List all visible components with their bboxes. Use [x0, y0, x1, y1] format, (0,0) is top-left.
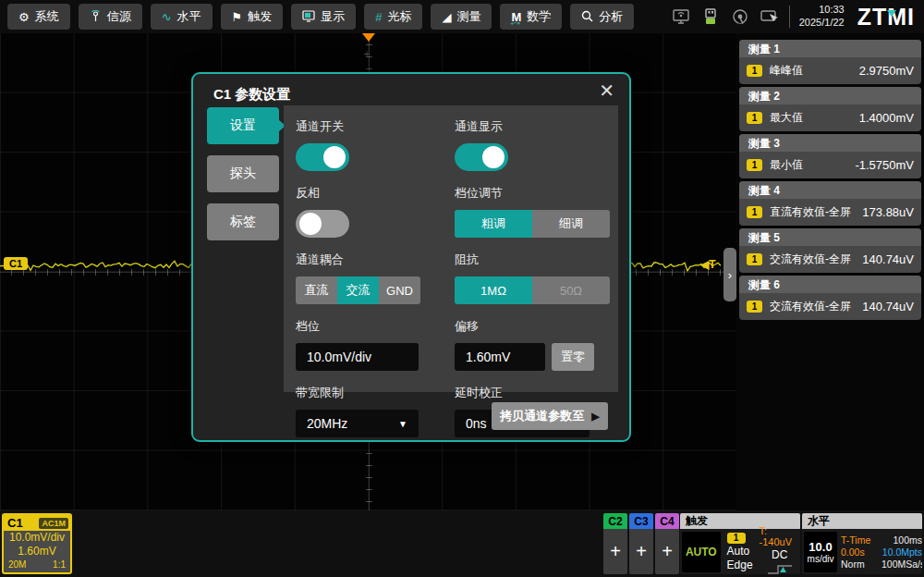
- touch-icon[interactable]: [730, 6, 750, 27]
- c1-settings-dialog: C1 参数设置 ✕ 设置 探头 标签 通道开关 通道显示 反相 档位调节: [191, 72, 631, 442]
- signal-icon: [90, 10, 102, 24]
- horizontal-info-grid: T-Time 100ms 0.00s 10.0Mpts Norm 100MSa/…: [841, 534, 922, 570]
- offset-input[interactable]: 1.60mV: [455, 343, 545, 371]
- trigger-coupling: DC: [772, 548, 787, 561]
- impedance-segmented: 1MΩ 50Ω: [455, 276, 616, 304]
- measurement-card-2[interactable]: 测量 2 1 最大值 1.4000mV: [739, 87, 921, 131]
- menu-label: 信源: [107, 8, 131, 25]
- toggle-knob: [299, 213, 322, 235]
- gear-icon: ⚙: [18, 11, 30, 23]
- channel4-name: C4: [655, 513, 679, 529]
- measurement-title: 测量 5: [739, 228, 921, 246]
- menu-display[interactable]: 显示: [291, 4, 356, 30]
- measurement-label: 最大值: [770, 110, 803, 126]
- edge-trigger-icon: [767, 562, 793, 575]
- scale-input[interactable]: 10.0mV/div: [296, 343, 419, 371]
- memory-depth: 10.0Mpts: [881, 546, 922, 558]
- menu-trigger[interactable]: ⚑ 触发: [221, 4, 284, 30]
- trigger-sweep: Auto: [727, 545, 753, 558]
- measurement-title: 测量 1: [739, 40, 921, 57]
- tab-label[interactable]: 标签: [207, 203, 279, 240]
- measurement-card-3[interactable]: 测量 3 1 最小值 -1.5750mV: [739, 134, 921, 178]
- math-icon: M+−×: [511, 11, 521, 23]
- gesture-icon[interactable]: [760, 6, 780, 27]
- usb-icon[interactable]: [700, 6, 721, 27]
- option-coarse[interactable]: 粗调: [455, 210, 532, 238]
- menu-math[interactable]: M+−× 数学: [500, 4, 562, 30]
- display-icon: [302, 10, 315, 24]
- t-time-label: T-Time: [841, 534, 880, 546]
- measurement-card-5[interactable]: 测量 5 1 交流有效值-全屏 140.74uV: [739, 228, 921, 273]
- channel1-scale: 10.0mV/div: [4, 531, 70, 545]
- trigger-type: Edge: [727, 559, 753, 571]
- option-50ohm[interactable]: 50Ω: [532, 276, 610, 304]
- tab-settings[interactable]: 设置: [207, 107, 279, 144]
- channel4-add-box[interactable]: C4 +: [655, 513, 679, 574]
- bandwidth-dropdown[interactable]: 20MHz ▼: [296, 410, 419, 437]
- search-icon: [581, 10, 593, 24]
- menu-label: 测量: [456, 8, 480, 25]
- channel1-name: C1: [7, 516, 23, 530]
- bandwidth-label: 带宽限制: [296, 385, 455, 401]
- option-ac[interactable]: 交流: [337, 276, 379, 304]
- trigger-level-marker[interactable]: ◀T: [700, 258, 716, 271]
- offset-label: 偏移: [455, 318, 616, 335]
- trigger-level-value: T: -140uV: [760, 525, 800, 547]
- measurement-card-6[interactable]: 测量 6 1 交流有效值-全屏 140.74uV: [739, 276, 921, 320]
- gear-adjust-segmented: 粗调 细调: [455, 210, 616, 238]
- toggle-knob: [482, 146, 505, 168]
- channel1-status-box[interactable]: C1 AC1M 10.0mV/div 1.60mV 20M 1:1: [2, 513, 72, 574]
- measurement-card-1[interactable]: 测量 1 1 峰峰值 2.9750mV: [739, 40, 921, 84]
- channel1-trace-label[interactable]: C1: [4, 257, 28, 270]
- trigger-status-box[interactable]: 触发 AUTO 1 Auto Edge T: -140uV DC: [680, 513, 800, 574]
- zero-offset-button[interactable]: 置零: [552, 343, 594, 371]
- menu-label: 分析: [599, 8, 623, 25]
- menu-label: 显示: [321, 8, 345, 25]
- menu-label: 系统: [35, 8, 59, 25]
- slide-panel-handle[interactable]: ›: [723, 248, 736, 301]
- measurement-label: 交流有效值-全屏: [770, 299, 851, 314]
- menu-system[interactable]: ⚙ 系统: [7, 4, 70, 30]
- close-icon[interactable]: ✕: [599, 81, 614, 100]
- channel-display-toggle[interactable]: [455, 143, 508, 171]
- measurement-title: 测量 2: [739, 87, 921, 104]
- brand-logo: ZTMI: [854, 4, 915, 31]
- copy-button-label: 拷贝通道参数至: [500, 408, 584, 424]
- deskew-label: 延时校正: [455, 385, 616, 401]
- source-badge: 1: [747, 159, 762, 171]
- copy-channel-params-button[interactable]: 拷贝通道参数至 ▶: [492, 402, 608, 430]
- channel-switch-toggle[interactable]: [296, 143, 349, 171]
- bottom-status-bar: C1 AC1M 10.0mV/div 1.60mV 20M 1:1 C2 + C…: [0, 510, 924, 577]
- clock-date: 2025/1/22: [799, 17, 845, 30]
- menu-measure[interactable]: ◢ 测量: [431, 4, 492, 30]
- option-gnd[interactable]: GND: [379, 276, 420, 304]
- channel3-add-box[interactable]: C3 +: [629, 513, 653, 574]
- tab-probe[interactable]: 探头: [207, 155, 279, 192]
- measure-icon: ◢: [442, 11, 451, 23]
- channel3-name: C3: [629, 513, 653, 529]
- source-badge: 1: [747, 206, 762, 218]
- top-menu-bar: ⚙ 系统 信源 ∿ 水平 ⚑ 触发 显示 # 光标 ◢ 测量 M+−× 数学 分…: [0, 0, 924, 33]
- trigger-mode: AUTO: [682, 532, 721, 572]
- network-display-icon[interactable]: [671, 6, 691, 27]
- plus-icon: +: [662, 541, 673, 562]
- menu-horizontal[interactable]: ∿ 水平: [151, 4, 213, 30]
- option-fine[interactable]: 细调: [532, 210, 610, 238]
- option-dc[interactable]: 直流: [296, 276, 337, 304]
- coupling-label: 通道耦合: [296, 252, 455, 268]
- measurement-label: 交流有效值-全屏: [770, 252, 851, 267]
- menu-analysis[interactable]: 分析: [570, 4, 634, 30]
- measurement-label: 直流有效值-全屏: [770, 204, 851, 220]
- menu-cursor[interactable]: # 光标: [364, 4, 422, 30]
- menu-label: 光标: [387, 8, 411, 25]
- plus-icon: +: [636, 541, 647, 562]
- measurement-card-4[interactable]: 测量 4 1 直流有效值-全屏 173.88uV: [739, 181, 921, 226]
- horizontal-status-box[interactable]: 水平 10.0 ms/div T-Time 100ms 0.00s 10.0Mp…: [802, 513, 922, 574]
- menu-source[interactable]: 信源: [79, 4, 142, 30]
- option-1mohm[interactable]: 1MΩ: [455, 276, 532, 304]
- invert-toggle[interactable]: [296, 210, 349, 238]
- trigger-position-marker[interactable]: [362, 33, 375, 42]
- chevron-down-icon: ▼: [398, 419, 407, 429]
- channel2-add-box[interactable]: C2 +: [603, 513, 627, 574]
- channel-switch-label: 通道开关: [296, 118, 455, 135]
